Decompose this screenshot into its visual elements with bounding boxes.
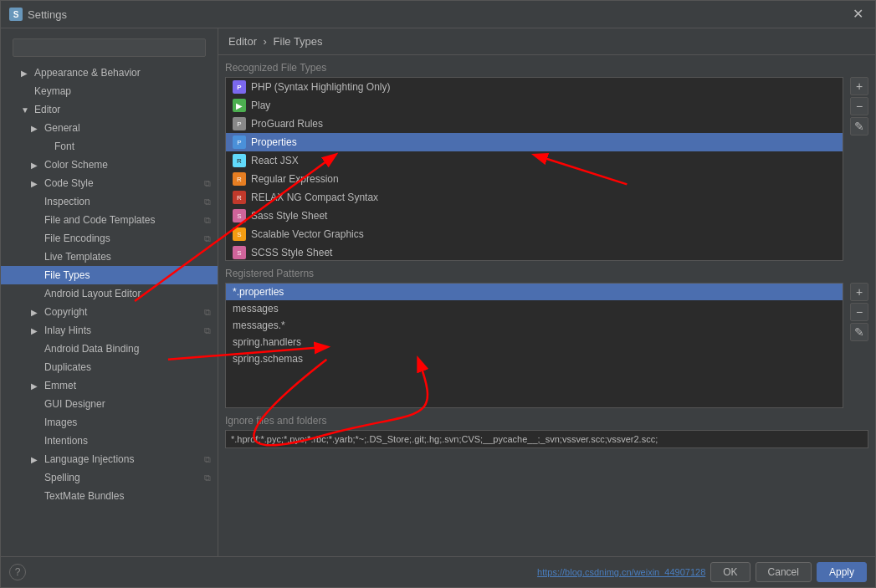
sidebar-item-intentions[interactable]: Intentions <box>1 432 218 450</box>
sidebar-item-color-scheme[interactable]: ▶ Color Scheme <box>1 156 218 174</box>
sidebar-label-live-templates: Live Templates <box>44 251 111 263</box>
sidebar-item-spelling[interactable]: Spelling ⧉ <box>1 468 218 487</box>
sidebar-label-emmet: Emmet <box>44 380 76 391</box>
sidebar-label-general: General <box>44 122 80 134</box>
sidebar: ▶ Appearance & Behavior Keymap ▼ Editor … <box>1 28 218 556</box>
expand-arrow-cs: ▶ <box>31 161 41 170</box>
expand-arrow-ih: ▶ <box>31 326 41 335</box>
expand-arrow: ▶ <box>21 69 31 78</box>
sidebar-item-general[interactable]: ▶ General <box>1 119 218 137</box>
sidebar-item-lang-injections[interactable]: ▶ Language Injections ⧉ <box>1 450 218 468</box>
pattern-item-1[interactable]: messages <box>226 300 843 317</box>
apply-button[interactable]: Apply <box>817 562 867 582</box>
expand-arrow-ft <box>31 271 41 280</box>
ok-button[interactable]: OK <box>710 562 750 582</box>
sidebar-item-file-encodings[interactable]: File Encodings ⧉ <box>1 229 218 248</box>
sidebar-item-file-code-templates[interactable]: File and Code Templates ⧉ <box>1 211 218 229</box>
file-type-label-props: Properties <box>251 136 297 148</box>
pattern-item-2[interactable]: messages.* <box>226 317 843 334</box>
expand-arrow-fct <box>31 216 41 225</box>
expand-arrow-int <box>31 437 41 446</box>
right-panel: Editor › File Types Recognized File Type… <box>218 28 875 556</box>
sidebar-item-keymap[interactable]: Keymap <box>1 82 218 100</box>
file-type-play[interactable]: ▶ Play <box>226 96 843 115</box>
close-button[interactable]: ✕ <box>849 6 867 23</box>
remove-pattern-button[interactable]: − <box>850 303 868 321</box>
cancel-button[interactable]: Cancel <box>756 562 812 582</box>
sidebar-item-copyright[interactable]: ▶ Copyright ⧉ <box>1 303 218 321</box>
proguard-icon: P <box>233 117 246 130</box>
file-type-properties[interactable]: P Properties <box>226 133 843 151</box>
help-button[interactable]: ? <box>9 564 26 580</box>
pattern-item-4[interactable]: spring.schemas <box>226 350 843 367</box>
title-bar-left: S Settings <box>9 8 67 21</box>
file-type-php[interactable]: P PHP (Syntax Highlighting Only) <box>226 78 843 96</box>
patterns-row: *.properties messages messages.* spring.… <box>225 283 868 408</box>
sidebar-item-inlay-hints[interactable]: ▶ Inlay Hints ⧉ <box>1 321 218 340</box>
breadcrumb-parent: Editor <box>228 35 257 48</box>
watermark-link[interactable]: https://blog.csdnimg.cn/weixin_44907128 <box>537 567 705 577</box>
sidebar-item-android-data[interactable]: Android Data Binding <box>1 340 218 358</box>
pattern-item-0[interactable]: *.properties <box>226 284 843 300</box>
sidebar-label-editor: Editor <box>34 104 60 115</box>
add-pattern-button[interactable]: + <box>850 283 868 301</box>
expand-arrow-font <box>41 142 51 151</box>
file-type-proguard[interactable]: P ProGuard Rules <box>226 115 843 133</box>
file-type-svg[interactable]: S Scalable Vector Graphics <box>226 225 843 243</box>
expand-arrow-spell <box>31 473 41 483</box>
edit-pattern-button[interactable]: ✎ <box>850 323 868 341</box>
remove-file-type-button[interactable]: − <box>850 97 868 115</box>
sidebar-label-images: Images <box>44 417 77 428</box>
sidebar-item-android-layout[interactable]: Android Layout Editor <box>1 284 218 303</box>
expand-arrow-dup <box>31 363 41 372</box>
patterns-list[interactable]: *.properties messages messages.* spring.… <box>225 283 843 408</box>
sidebar-label-lang-injections: Language Injections <box>44 453 134 465</box>
sidebar-item-emmet[interactable]: ▶ Emmet <box>1 376 218 395</box>
sidebar-item-appearance[interactable]: ▶ Appearance & Behavior <box>1 64 218 82</box>
sidebar-label-textmate: TextMate Bundles <box>44 490 124 502</box>
ignore-label: Ignore files and folders <box>225 415 868 427</box>
expand-arrow-codestyle: ▶ <box>31 179 41 188</box>
php-icon: P <box>233 80 246 94</box>
pattern-controls: + − ✎ <box>850 283 868 341</box>
sidebar-item-images[interactable]: Images <box>1 413 218 432</box>
sidebar-item-duplicates[interactable]: Duplicates <box>1 358 218 376</box>
sidebar-item-inspection[interactable]: Inspection ⧉ <box>1 192 218 211</box>
sidebar-item-font[interactable]: Font <box>1 137 218 156</box>
expand-arrow-empty <box>21 87 31 96</box>
settings-dialog: S Settings ✕ ▶ Appearance & Behavior Key… <box>0 0 876 588</box>
expand-arrow-images <box>31 418 41 427</box>
file-types-list[interactable]: P PHP (Syntax Highlighting Only) ▶ Play … <box>225 77 843 261</box>
expand-arrow-adb <box>31 345 41 354</box>
file-type-scss[interactable]: S SCSS Style Sheet <box>226 243 843 261</box>
search-input[interactable] <box>13 38 206 57</box>
expand-arrow-emmet: ▶ <box>31 381 41 391</box>
main-content: ▶ Appearance & Behavior Keymap ▼ Editor … <box>1 28 875 556</box>
file-type-react[interactable]: R React JSX <box>226 151 843 170</box>
file-type-sass[interactable]: S Sass Style Sheet <box>226 207 843 225</box>
sidebar-item-code-style[interactable]: ▶ Code Style ⧉ <box>1 174 218 192</box>
sidebar-item-editor[interactable]: ▼ Editor <box>1 100 218 119</box>
ignore-input[interactable] <box>225 430 868 448</box>
breadcrumb-current: File Types <box>274 35 323 48</box>
copy-icon-copyright: ⧉ <box>204 307 211 318</box>
sidebar-item-live-templates[interactable]: Live Templates <box>1 248 218 266</box>
sidebar-label-file-code-templates: File and Code Templates <box>44 214 156 226</box>
expand-arrow-gui <box>31 400 41 409</box>
file-type-regex[interactable]: R Regular Expression <box>226 170 843 188</box>
sidebar-label-intentions: Intentions <box>44 435 88 447</box>
pattern-item-3[interactable]: spring.handlers <box>226 334 843 350</box>
sidebar-label-font: Font <box>54 141 74 152</box>
sidebar-label-file-encodings: File Encodings <box>44 233 110 244</box>
regex-icon: R <box>233 172 246 186</box>
sidebar-item-file-types[interactable]: File Types <box>1 266 218 284</box>
edit-file-type-button[interactable]: ✎ <box>850 117 868 135</box>
sidebar-label-android-layout: Android Layout Editor <box>44 288 141 299</box>
sidebar-item-textmate[interactable]: TextMate Bundles <box>1 487 218 505</box>
app-icon: S <box>9 8 23 21</box>
add-file-type-button[interactable]: + <box>850 77 868 95</box>
breadcrumb: Editor › File Types <box>218 28 875 55</box>
sidebar-item-gui[interactable]: GUI Designer <box>1 395 218 413</box>
file-type-relax[interactable]: R RELAX NG Compact Syntax <box>226 188 843 207</box>
expand-arrow-al <box>31 289 41 299</box>
